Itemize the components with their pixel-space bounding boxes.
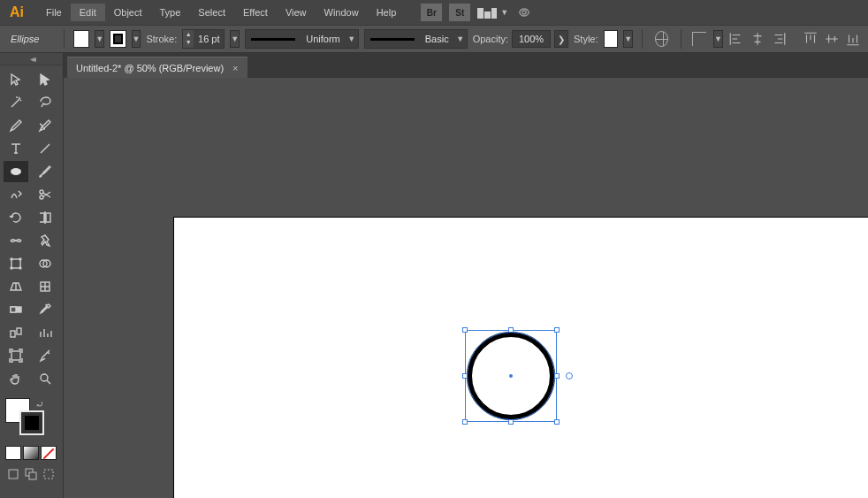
gradient-tool[interactable]	[4, 299, 28, 320]
perspective-grid-tool[interactable]	[4, 276, 28, 297]
slice-tool[interactable]	[33, 345, 57, 366]
pen-tool[interactable]	[4, 115, 28, 136]
close-tab-icon[interactable]: ×	[232, 63, 238, 73]
app-logo: Ai	[5, 3, 28, 22]
svg-point-8	[11, 267, 12, 269]
menu-window[interactable]: Window	[316, 4, 368, 21]
line-tool[interactable]	[33, 138, 57, 159]
hand-tool[interactable]	[4, 368, 28, 389]
selection-tool[interactable]	[4, 69, 28, 90]
magic-wand-tool[interactable]	[4, 92, 28, 113]
collapse-tools[interactable]: ◂◂	[0, 53, 63, 65]
svg-rect-16	[17, 328, 21, 334]
stroke-color-swatch[interactable]	[19, 410, 44, 435]
menu-select[interactable]: Select	[189, 4, 234, 21]
gpu-preview-icon[interactable]	[517, 5, 531, 19]
svg-rect-15	[11, 331, 15, 337]
recolor-artwork-icon[interactable]	[655, 31, 668, 47]
handle-top-left[interactable]	[462, 327, 468, 333]
canvas-area[interactable]	[64, 78, 868, 498]
stroke-stepper[interactable]: ▲▼	[183, 30, 194, 48]
svg-point-3	[40, 195, 43, 199]
document-setup-icon[interactable]	[692, 32, 706, 46]
blend-tool[interactable]	[4, 322, 28, 343]
none-mode-icon[interactable]	[41, 446, 57, 460]
stroke-label: Stroke:	[146, 34, 177, 44]
menu-view[interactable]: View	[277, 4, 316, 21]
opacity-dropdown[interactable]: ❯	[554, 30, 568, 48]
handle-top-right[interactable]	[554, 327, 560, 333]
eyedropper-tool[interactable]	[33, 299, 57, 320]
mesh-tool[interactable]	[33, 276, 57, 297]
handle-bottom[interactable]	[508, 419, 514, 425]
stroke-weight-field[interactable]	[194, 30, 224, 48]
handle-right[interactable]	[554, 373, 560, 379]
menu-object[interactable]: Object	[105, 4, 151, 21]
stroke-weight-dropdown[interactable]: ▼	[230, 30, 240, 48]
zoom-tool[interactable]	[33, 368, 57, 389]
selected-ellipse[interactable]	[465, 330, 557, 422]
align-left-icon[interactable]	[728, 31, 744, 47]
column-graph-tool[interactable]	[33, 322, 57, 343]
center-point[interactable]	[509, 374, 513, 378]
reflect-tool[interactable]	[33, 207, 57, 228]
color-mode-icon[interactable]	[5, 446, 21, 460]
direct-selection-tool[interactable]	[33, 69, 57, 90]
document-tab[interactable]: Untitled-2* @ 50% (RGB/Preview) ×	[67, 57, 247, 78]
menu-effect[interactable]: Effect	[234, 4, 277, 21]
stroke-weight-input[interactable]: ▲▼	[182, 29, 225, 49]
width-tool[interactable]	[4, 230, 28, 251]
handle-left[interactable]	[462, 373, 468, 379]
draw-behind-icon[interactable]	[23, 467, 39, 481]
stock-button[interactable]: St	[449, 4, 470, 21]
document-setup-dropdown[interactable]: ▼	[713, 30, 723, 48]
align-vcenter-icon[interactable]	[824, 31, 840, 47]
lasso-tool[interactable]	[33, 92, 57, 113]
menu-file[interactable]: File	[37, 4, 71, 21]
arrange-documents-icon[interactable]	[477, 6, 497, 19]
pie-widget[interactable]	[566, 372, 573, 379]
align-bottom-icon[interactable]	[845, 31, 861, 47]
style-dropdown[interactable]: ▼	[623, 30, 633, 48]
type-tool[interactable]	[4, 138, 28, 159]
svg-rect-19	[9, 470, 18, 479]
scissors-tool[interactable]	[33, 184, 57, 205]
stroke-dropdown[interactable]: ▼	[132, 30, 141, 48]
shape-builder-tool[interactable]	[33, 253, 57, 274]
fill-swatch[interactable]	[73, 30, 89, 48]
svg-rect-22	[44, 470, 53, 479]
brush-definition[interactable]: Basic ▼	[364, 29, 468, 49]
paintbrush-tool[interactable]	[33, 161, 57, 182]
bridge-button[interactable]: Br	[421, 4, 442, 21]
menu-edit[interactable]: Edit	[71, 4, 105, 21]
align-hcenter-icon[interactable]	[750, 31, 765, 47]
draw-normal-icon[interactable]	[5, 467, 21, 481]
curvature-tool[interactable]	[33, 115, 57, 136]
shaper-tool[interactable]	[4, 184, 28, 205]
puppet-warp-tool[interactable]	[33, 230, 57, 251]
swap-fill-stroke-icon[interactable]: ⤾	[35, 398, 44, 410]
handle-top[interactable]	[508, 327, 514, 333]
svg-point-7	[19, 258, 21, 260]
graphic-style-swatch[interactable]	[604, 30, 619, 48]
variable-width-profile[interactable]: Uniform ▼	[245, 29, 359, 49]
artboard-tool[interactable]	[4, 345, 28, 366]
handle-bottom-left[interactable]	[462, 419, 468, 425]
arrange-dropdown[interactable]: ▼	[500, 8, 508, 17]
align-right-icon[interactable]	[771, 31, 787, 47]
gradient-mode-icon[interactable]	[23, 446, 39, 460]
svg-point-0	[522, 11, 526, 14]
draw-inside-icon[interactable]	[41, 467, 57, 481]
rotate-tool[interactable]	[4, 207, 28, 228]
fill-dropdown[interactable]: ▼	[95, 30, 104, 48]
handle-bottom-right[interactable]	[554, 419, 560, 425]
menu-type[interactable]: Type	[151, 4, 190, 21]
opacity-field[interactable]	[512, 30, 551, 48]
ellipse-tool[interactable]	[4, 161, 28, 182]
svg-rect-14	[11, 307, 16, 312]
free-transform-tool[interactable]	[4, 253, 28, 274]
align-top-icon[interactable]	[803, 31, 819, 47]
stroke-swatch[interactable]	[110, 30, 126, 48]
menu-help[interactable]: Help	[368, 4, 406, 21]
svg-point-6	[11, 258, 12, 260]
